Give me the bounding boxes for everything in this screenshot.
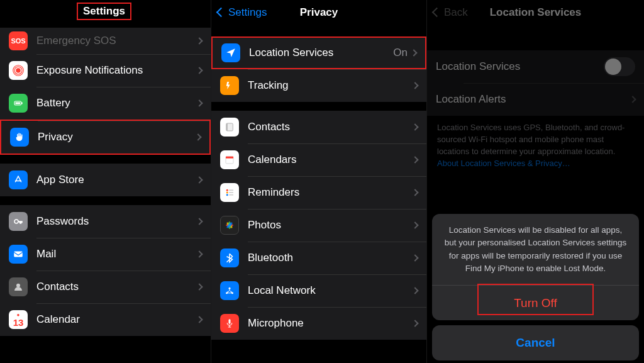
network-icon: [220, 281, 239, 300]
row-label: Calendars: [248, 154, 413, 166]
chevron-right-icon: [411, 156, 418, 163]
row-label: Emergency SOS: [36, 35, 197, 47]
row-label: Tracking: [248, 79, 413, 92]
chevron-right-icon: [411, 254, 418, 261]
svg-rect-7: [14, 252, 23, 257]
chevron-right-icon: [411, 123, 418, 130]
svg-rect-17: [229, 192, 233, 193]
privacy-row-bluetooth[interactable]: Bluetooth: [211, 242, 426, 274]
chevron-right-icon: [411, 189, 418, 196]
row-label: Contacts: [36, 281, 197, 293]
battery-icon: [9, 94, 28, 113]
svg-rect-26: [229, 319, 231, 324]
contacts-icon: [220, 118, 239, 137]
svg-rect-4: [21, 103, 23, 104]
svg-point-0: [16, 68, 21, 73]
privacy-header: Settings Privacy: [211, 0, 426, 25]
sos-icon: SOS: [9, 31, 28, 50]
key-icon: [9, 212, 28, 231]
chevron-right-icon: [196, 218, 203, 225]
chevron-right-icon: [411, 320, 418, 327]
svg-point-14: [226, 192, 228, 194]
svg-point-15: [226, 194, 228, 196]
svg-point-8: [16, 284, 20, 288]
title-text: Settings: [83, 5, 125, 17]
photos-icon: [220, 216, 239, 235]
reminders-icon: [220, 183, 239, 202]
privacy-row-tracking[interactable]: Tracking: [211, 69, 426, 102]
settings-row-emergency-sos[interactable]: SOS Emergency SOS: [0, 28, 211, 54]
chevron-right-icon: [196, 99, 203, 106]
location-arrow-icon: [221, 43, 240, 62]
cancel-label: Cancel: [516, 336, 555, 350]
turn-off-label: Turn Off: [514, 296, 557, 310]
row-label: Reminders: [248, 186, 413, 199]
page-title: Privacy: [300, 6, 338, 19]
sheet-message: Location Services will be disabled for a…: [432, 214, 639, 285]
app-store-icon: [9, 170, 28, 189]
row-label: Battery: [36, 97, 197, 109]
exposure-icon: [9, 61, 28, 80]
row-status: On: [393, 47, 408, 59]
calendar-icon: ●13: [9, 310, 28, 329]
svg-rect-10: [226, 123, 228, 131]
cancel-button[interactable]: Cancel: [432, 325, 639, 360]
mail-icon: [9, 245, 28, 264]
privacy-row-calendars[interactable]: Calendars: [211, 143, 426, 176]
chevron-right-icon: [411, 221, 418, 228]
svg-rect-12: [226, 157, 233, 159]
back-button[interactable]: Settings: [218, 6, 267, 19]
privacy-row-location-services[interactable]: Location Services On: [211, 36, 426, 69]
turn-off-button[interactable]: Turn Off: [432, 285, 639, 320]
privacy-row-microphone[interactable]: Microphone: [211, 307, 426, 340]
settings-row-app-store[interactable]: App Store: [0, 164, 211, 196]
settings-row-contacts[interactable]: Contacts: [0, 271, 211, 303]
settings-row-privacy[interactable]: Privacy: [0, 120, 211, 155]
chevron-right-icon: [196, 37, 203, 44]
row-label: App Store: [36, 174, 197, 186]
chevron-right-icon: [196, 67, 203, 74]
svg-rect-18: [229, 194, 233, 196]
row-label: Privacy: [38, 131, 196, 143]
settings-row-battery[interactable]: Battery: [0, 87, 211, 120]
chevron-right-icon: [196, 176, 203, 183]
microphone-icon: [220, 314, 239, 333]
svg-rect-5: [16, 103, 21, 104]
svg-point-13: [226, 189, 228, 191]
row-label: Location Services: [249, 47, 393, 59]
chevron-right-icon: [411, 287, 418, 294]
action-sheet: Location Services will be disabled for a…: [432, 214, 639, 360]
bluetooth-icon: [220, 249, 239, 267]
settings-row-calendar[interactable]: ●13 Calendar: [0, 303, 211, 336]
privacy-row-photos[interactable]: Photos: [211, 209, 426, 242]
row-label: Microphone: [248, 317, 413, 330]
chevron-right-icon: [411, 82, 418, 89]
row-label: Contacts: [248, 121, 413, 133]
calendar-icon: [220, 150, 239, 169]
chevron-right-icon: [196, 316, 203, 323]
privacy-row-local-network[interactable]: Local Network: [211, 274, 426, 307]
row-label: Exposure Notifications: [36, 64, 197, 77]
privacy-row-reminders[interactable]: Reminders: [211, 176, 426, 209]
svg-rect-16: [229, 190, 233, 191]
settings-row-passwords[interactable]: Passwords: [0, 205, 211, 238]
tracking-icon: [220, 76, 239, 95]
privacy-row-contacts[interactable]: Contacts: [211, 111, 426, 143]
svg-point-6: [14, 220, 18, 223]
row-label: Bluetooth: [248, 252, 413, 264]
row-label: Photos: [248, 219, 413, 232]
row-label: Local Network: [248, 284, 413, 297]
contacts-icon: [9, 277, 28, 296]
settings-header: Settings: [0, 0, 211, 25]
row-label: Passwords: [36, 215, 197, 228]
svg-point-25: [229, 288, 231, 289]
chevron-right-icon: [196, 250, 203, 257]
row-label: Calendar: [36, 313, 197, 326]
chevron-right-icon: [196, 283, 203, 290]
settings-row-exposure[interactable]: Exposure Notifications: [0, 54, 211, 87]
page-title: Settings: [77, 3, 131, 20]
privacy-hand-icon: [10, 128, 29, 147]
settings-row-mail[interactable]: Mail: [0, 238, 211, 271]
chevron-left-icon: [218, 6, 227, 19]
back-label: Settings: [228, 6, 267, 19]
